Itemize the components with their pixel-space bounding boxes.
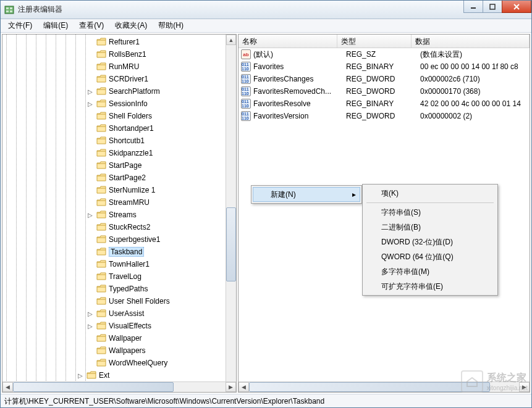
close-button[interactable] <box>502 1 531 13</box>
expand-icon[interactable]: ▷ <box>87 310 94 317</box>
list-row[interactable]: 011 110FavoritesREG_BINARY00 ec 00 00 00… <box>239 60 530 73</box>
tree-item[interactable]: RunMRU <box>95 60 236 73</box>
menu-favorites[interactable]: 收藏夹(A) <box>110 19 152 32</box>
col-header-type[interactable]: 类型 <box>337 35 412 48</box>
menu-new-key[interactable]: 项(K) <box>364 186 496 201</box>
tree-tick-icon <box>87 125 94 132</box>
folder-icon <box>96 173 106 182</box>
expand-icon[interactable]: ▷ <box>87 322 94 330</box>
menu-edit[interactable]: 编辑(E) <box>38 19 73 32</box>
tree-item-label: TypedPaths <box>109 285 148 293</box>
tree-item[interactable]: ▷UserAssist <box>95 307 236 320</box>
col-header-data[interactable]: 数据 <box>412 35 530 48</box>
list-row[interactable]: ab(默认)REG_SZ(数值未设置) <box>239 48 530 60</box>
list-row[interactable]: 011 110FavoritesVersionREG_DWORD0x000000… <box>239 110 530 122</box>
tree-item[interactable]: Wallpaper <box>95 332 236 344</box>
expand-icon[interactable]: ▷ <box>87 100 94 107</box>
tree-item[interactable]: Superbgestive1 <box>95 233 236 246</box>
tree-tick-icon <box>87 335 94 342</box>
tree-item[interactable]: TownHaller1 <box>95 258 236 270</box>
folder-icon <box>96 186 106 194</box>
menu-new[interactable]: 新建(N) ▸ <box>253 187 360 202</box>
tree-item[interactable]: StuckRects2 <box>95 221 236 233</box>
scroll-thumb[interactable] <box>13 382 174 392</box>
tree-item[interactable]: Refturer1 <box>95 36 236 48</box>
tree-item[interactable]: TravelLog <box>95 270 236 283</box>
menu-new-expand[interactable]: 可扩充字符串值(E) <box>364 279 496 294</box>
folder-icon <box>96 210 106 219</box>
value-name: FavoritesChanges <box>253 75 346 83</box>
menu-new-qword[interactable]: QWORD (64 位)值(Q) <box>364 249 496 264</box>
tree-item[interactable]: StreamMRU <box>95 196 236 209</box>
scroll-right-button[interactable]: ▶ <box>226 382 236 392</box>
folder-icon <box>96 223 106 231</box>
tree-item[interactable]: StartPage <box>95 159 236 172</box>
menu-file[interactable]: 文件(F) <box>3 19 37 32</box>
tree-item[interactable]: WordWheelQuery <box>95 357 236 369</box>
tree-item-label: Shortcutb1 <box>109 136 145 145</box>
expand-icon[interactable]: ▷ <box>87 88 94 95</box>
tree-item[interactable]: ▷VisualEffects <box>95 320 236 332</box>
tree-item[interactable]: ▷Ext <box>85 369 236 381</box>
tree-item[interactable]: SCRDriver1 <box>95 73 236 85</box>
menu-view[interactable]: 查看(V) <box>74 19 109 32</box>
tree-item-label: RunMRU <box>109 62 139 71</box>
tree-item[interactable]: Taskband <box>95 246 236 258</box>
tree-item[interactable]: Shortandper1 <box>95 122 236 135</box>
scroll-up-button[interactable]: ▲ <box>226 35 236 45</box>
tree-body[interactable]: Refturer1RollsBenz1RunMRUSCRDriver1▷Sear… <box>2 35 236 392</box>
tree-item-label: Skidpanzzle1 <box>109 149 153 157</box>
tree-item[interactable]: ▷SearchPlatform <box>95 85 236 98</box>
tree-item[interactable]: StartPage2 <box>95 172 236 184</box>
titlebar[interactable]: 注册表编辑器 <box>1 1 531 19</box>
tree-item[interactable]: Shell Folders <box>95 110 236 122</box>
menu-help[interactable]: 帮助(H) <box>153 19 188 32</box>
menu-new-dword[interactable]: DWORD (32-位)值(D) <box>364 235 496 249</box>
tree-item[interactable]: User Shell Folders <box>95 295 236 307</box>
value-type: REG_BINARY <box>346 62 420 71</box>
tree-tick-icon <box>87 63 94 70</box>
context-menu: 新建(N) ▸ <box>251 185 362 204</box>
list-row[interactable]: 011 110FavoritesChangesREG_DWORD0x000002… <box>239 73 530 85</box>
minimize-button[interactable] <box>463 1 483 13</box>
tree-item-label: Ext <box>99 371 109 380</box>
folder-icon <box>96 112 106 120</box>
scroll-thumb[interactable] <box>249 382 490 392</box>
list-row[interactable]: 011 110FavoritesRemovedCh...REG_DWORD0x0… <box>239 85 530 98</box>
tree-item-label: StuckRects2 <box>109 223 150 231</box>
tree-item[interactable]: Shortcutb1 <box>95 135 236 147</box>
scroll-right-button[interactable]: ▶ <box>519 382 530 392</box>
scroll-thumb[interactable] <box>226 207 236 281</box>
menu-new-binary[interactable]: 二进制值(B) <box>364 220 496 235</box>
tree-item[interactable]: Skidpanzzle1 <box>95 147 236 159</box>
folder-icon <box>87 371 96 380</box>
col-header-name[interactable]: 名称 <box>239 35 337 48</box>
tree-item[interactable]: SterNumlize 1 <box>95 184 236 196</box>
tree-item[interactable]: RollsBenz1 <box>95 48 236 60</box>
tree-item[interactable]: ▷Streams <box>95 209 236 221</box>
tree-horizontal-scrollbar[interactable]: ◀ ▶ <box>2 381 236 392</box>
tree-item-label: Shortandper1 <box>109 124 154 133</box>
menu-new-string[interactable]: 字符串值(S) <box>364 205 496 220</box>
tree-item-label: TownHaller1 <box>109 260 150 269</box>
maximize-button[interactable] <box>483 1 502 13</box>
list-row[interactable]: 011 110FavoritesResolveREG_BINARY42 02 0… <box>239 98 530 110</box>
tree-vertical-scrollbar[interactable]: ▲ ▼ <box>226 35 236 392</box>
expand-icon[interactable]: ▷ <box>77 372 84 379</box>
tree-item-label: WordWheelQuery <box>109 359 167 367</box>
tree-item[interactable]: Wallpapers <box>95 344 236 357</box>
list-body[interactable]: ab(默认)REG_SZ(数值未设置)011 110FavoritesREG_B… <box>239 48 530 392</box>
tree-tick-icon <box>87 273 94 280</box>
tree-item[interactable]: ▷SessionInfo <box>95 98 236 110</box>
tree-item-label: Superbgestive1 <box>109 235 160 244</box>
scroll-left-button[interactable]: ◀ <box>2 382 13 392</box>
menu-new-multi[interactable]: 多字符串值(M) <box>364 264 496 279</box>
list-horizontal-scrollbar[interactable]: ◀ ▶ <box>239 381 530 392</box>
folder-icon <box>96 124 106 133</box>
tree-tick-icon <box>87 186 94 194</box>
svg-rect-3 <box>10 7 12 9</box>
tree-item[interactable]: TypedPaths <box>95 283 236 295</box>
expand-icon[interactable]: ▷ <box>87 211 94 219</box>
tree-tick-icon <box>87 223 94 231</box>
scroll-left-button[interactable]: ◀ <box>239 382 249 392</box>
